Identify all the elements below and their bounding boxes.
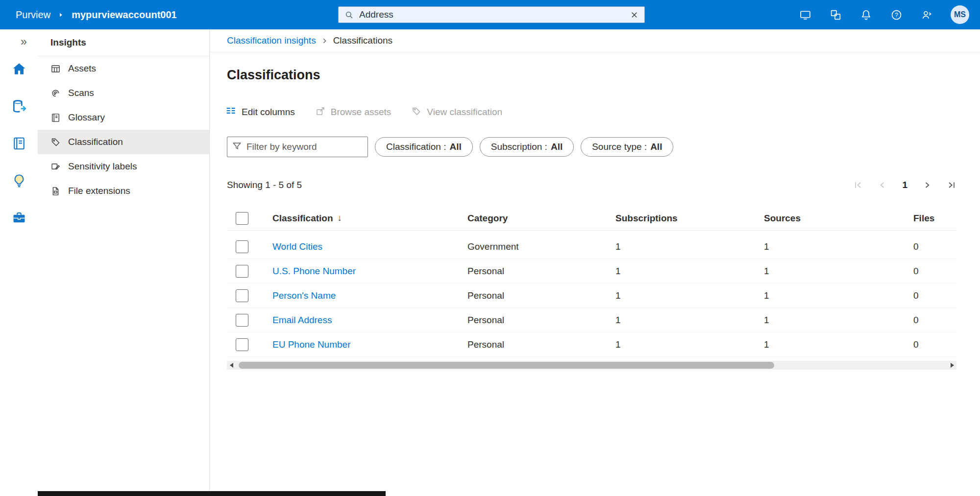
classification-link[interactable]: U.S. Phone Number [272, 266, 356, 277]
command-bar: Edit columns Browse assets View classifi… [226, 106, 980, 118]
row-checkbox[interactable] [236, 289, 248, 302]
files-cell: 0 [913, 315, 956, 326]
icon-rail: » [0, 29, 38, 496]
first-page-button[interactable] [853, 180, 863, 190]
files-cell: 0 [913, 241, 956, 252]
search-input[interactable] [358, 9, 624, 21]
row-checkbox[interactable] [236, 240, 248, 253]
category-cell: Personal [467, 266, 615, 277]
view-classification-button[interactable]: View classification [412, 106, 502, 118]
browse-assets-icon [316, 106, 325, 118]
subscriptions-cell: 1 [615, 266, 764, 277]
switch-directory-icon[interactable] [829, 8, 842, 21]
column-header-sources[interactable]: Sources [764, 213, 913, 224]
row-checkbox[interactable] [236, 338, 248, 351]
table-row: World Cities Government 1 1 0 [227, 235, 956, 259]
files-cell: 0 [913, 266, 956, 277]
rail-glossary-icon[interactable] [11, 135, 27, 152]
sidebar-item-scans[interactable]: Scans [38, 81, 209, 105]
select-all-checkbox[interactable] [236, 212, 248, 225]
help-icon[interactable]: ? [890, 8, 903, 21]
previous-page-button[interactable] [878, 180, 887, 190]
classification-filter-pill[interactable]: Classification :All [375, 137, 473, 157]
pagination: 1 [853, 180, 956, 190]
sources-cell: 1 [764, 266, 913, 277]
files-cell: 0 [913, 339, 956, 350]
table-row: U.S. Phone Number Personal 1 1 0 [227, 259, 956, 283]
chevron-right-icon [58, 12, 64, 18]
notifications-bell-icon[interactable] [859, 8, 872, 21]
browse-assets-button[interactable]: Browse assets [316, 106, 392, 118]
classification-link[interactable]: World Cities [272, 241, 322, 252]
classifications-table: Classification ↓ Category Subscriptions … [227, 206, 956, 357]
account-name[interactable]: mypurviewaccount001 [72, 9, 177, 21]
sources-cell: 1 [764, 290, 913, 301]
rail-data-sources-icon[interactable] [11, 98, 27, 115]
search-clear-button[interactable] [624, 7, 644, 23]
scroll-right-arrow[interactable] [948, 361, 956, 370]
guided-tour-person-icon[interactable] [920, 8, 933, 21]
category-cell: Government [467, 241, 615, 252]
sidebar-item-file-extensions[interactable]: File extensions [38, 179, 209, 203]
column-header-files[interactable]: Files [913, 213, 956, 224]
search-icon [344, 10, 354, 20]
cast-monitor-icon[interactable] [799, 8, 811, 21]
table-row: Email Address Personal 1 1 0 [227, 308, 956, 332]
sidebar-item-classification[interactable]: Classification [38, 130, 209, 154]
rail-management-icon[interactable] [11, 210, 27, 226]
sidebar-title: Insights [38, 29, 209, 56]
scrollbar-thumb[interactable] [239, 362, 774, 369]
label-pencil-icon [50, 162, 61, 172]
expand-rail-button[interactable]: » [21, 35, 26, 48]
table-row: EU Phone Number Personal 1 1 0 [227, 332, 956, 357]
row-checkbox[interactable] [236, 265, 248, 278]
column-header-category[interactable]: Category [467, 213, 615, 224]
page-title: Classifications [227, 67, 980, 83]
keyword-filter-input[interactable] [245, 141, 363, 153]
column-header-subscriptions[interactable]: Subscriptions [615, 213, 764, 224]
edit-columns-icon [226, 107, 236, 118]
purview-app: Purview mypurviewaccount001 [0, 0, 980, 496]
keyword-filter-box [227, 137, 368, 157]
sources-cell: 1 [764, 241, 913, 252]
scroll-left-arrow[interactable] [227, 361, 236, 370]
sidebar-item-sensitivity-labels[interactable]: Sensitivity labels [38, 154, 209, 179]
sources-cell: 1 [764, 315, 913, 326]
brand-link[interactable]: Purview [16, 9, 50, 21]
global-search-box [338, 6, 645, 23]
user-avatar[interactable]: MS [951, 5, 969, 24]
classification-tag-icon [50, 137, 61, 147]
files-cell: 0 [913, 290, 956, 301]
sort-descending-icon: ↓ [338, 213, 342, 223]
subscriptions-cell: 1 [615, 315, 764, 326]
column-header-classification[interactable]: Classification ↓ [272, 213, 467, 224]
source-type-filter-pill[interactable]: Source type :All [581, 137, 673, 157]
edit-columns-button[interactable]: Edit columns [226, 107, 295, 118]
category-cell: Personal [467, 315, 615, 326]
sidebar-item-label: Scans [68, 88, 94, 98]
svg-text:?: ? [895, 11, 898, 18]
last-page-button[interactable] [947, 180, 956, 190]
category-cell: Personal [467, 290, 615, 301]
classification-link[interactable]: Person's Name [272, 290, 336, 301]
results-status-row: Showing 1 - 5 of 5 1 [227, 180, 956, 190]
sources-cell: 1 [764, 339, 913, 350]
sidebar-item-assets[interactable]: Assets [38, 56, 209, 81]
breadcrumb-link-classification-insights[interactable]: Classification insights [227, 35, 316, 46]
classification-link[interactable]: Email Address [272, 315, 332, 326]
sidebar-item-label: File extensions [68, 186, 130, 196]
sidebar-item-glossary[interactable]: Glossary [38, 105, 209, 130]
scan-spiral-icon [50, 88, 61, 98]
next-page-button[interactable] [922, 180, 932, 190]
sidebar-item-label: Sensitivity labels [68, 161, 137, 172]
horizontal-scrollbar[interactable] [227, 361, 956, 370]
breadcrumb: Classification insights Classifications [210, 29, 980, 52]
filter-bar: Classification :All Subscription :All So… [227, 137, 980, 157]
subscription-filter-pill[interactable]: Subscription :All [480, 137, 574, 157]
sidebar-item-label: Assets [68, 63, 96, 74]
row-checkbox[interactable] [236, 314, 248, 327]
rail-insights-icon[interactable] [11, 172, 27, 189]
assets-grid-icon [50, 64, 61, 74]
classification-link[interactable]: EU Phone Number [272, 339, 350, 350]
rail-home-icon[interactable] [11, 61, 27, 77]
